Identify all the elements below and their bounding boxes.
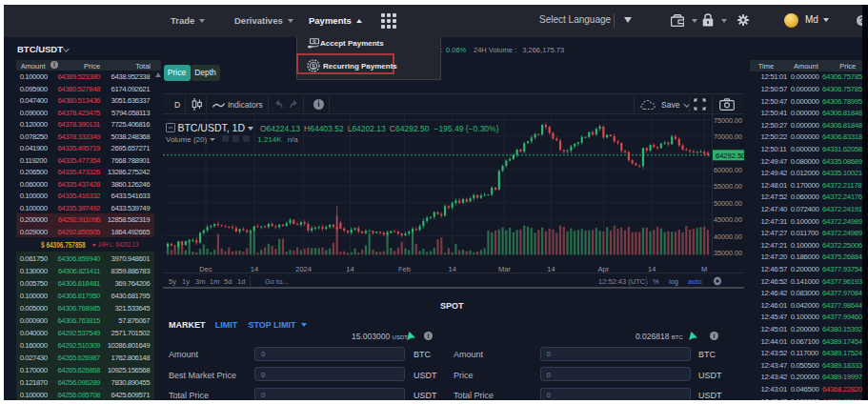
svg-text:60000.00: 60000.00 [714, 165, 742, 173]
svg-text:70000.00: 70000.00 [714, 131, 742, 140]
svg-text:35000.00: 35000.00 [714, 249, 742, 257]
svg-text:50000.00: 50000.00 [714, 198, 742, 207]
svg-text:64292.50: 64292.50 [716, 151, 744, 159]
svg-text:45000.00: 45000.00 [714, 215, 742, 224]
svg-text:40000.00: 40000.00 [714, 232, 742, 240]
svg-text:55000.00: 55000.00 [714, 182, 742, 191]
svg-text:75000.00: 75000.00 [714, 115, 742, 124]
svg-text:$: $ [312, 62, 315, 69]
